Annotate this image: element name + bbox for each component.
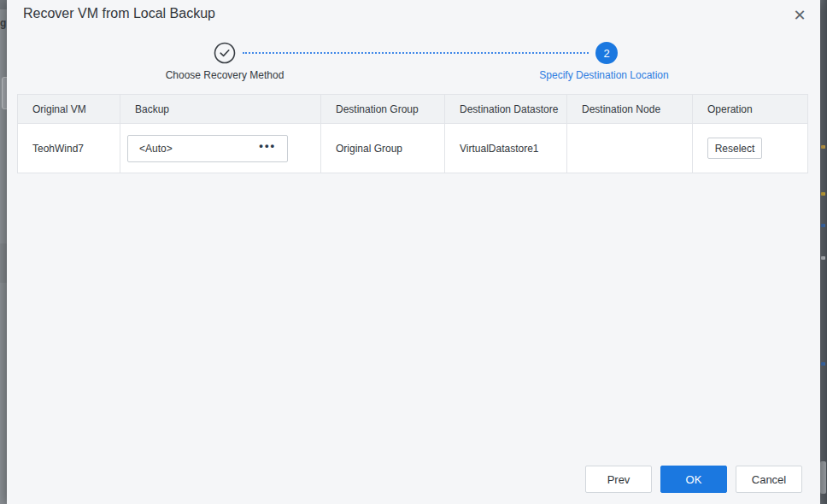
step-connector-line: [243, 52, 589, 54]
cancel-button[interactable]: Cancel: [736, 466, 802, 493]
background-text-fragment: g: [0, 17, 7, 29]
column-header-backup: Backup: [120, 95, 321, 124]
dimmed-background-left: g: [0, 0, 7, 504]
background-fragment: [821, 145, 825, 149]
column-header-destination-group: Destination Group: [321, 95, 445, 124]
dimmed-background-right: [820, 0, 827, 504]
destination-table: Original VM Backup Destination Group Des…: [17, 94, 808, 173]
background-fragment: [820, 461, 826, 494]
cell-destination-datastore: VirtualDatastore1: [445, 124, 567, 173]
reselect-button[interactable]: Reselect: [707, 138, 762, 159]
screen: g Recover VM from Local Backup ✕ Choose …: [0, 0, 827, 504]
cell-destination-node: [567, 124, 693, 173]
ellipsis-icon[interactable]: •••: [259, 144, 276, 148]
column-header-original-vm: Original VM: [18, 95, 120, 124]
backup-select-field[interactable]: <Auto> •••: [127, 135, 288, 162]
cell-backup: <Auto> •••: [120, 124, 321, 173]
column-header-destination-datastore: Destination Datastore: [445, 95, 567, 124]
backup-select-value: <Auto>: [139, 143, 173, 155]
step-1-check-icon: [214, 42, 236, 64]
column-header-destination-node: Destination Node: [567, 95, 693, 124]
background-fragment: [821, 256, 825, 260]
dialog-title: Recover VM from Local Backup: [23, 6, 215, 21]
recover-vm-dialog: Recover VM from Local Backup ✕ Choose Re…: [7, 0, 820, 504]
table-header-row: Original VM Backup Destination Group Des…: [18, 95, 808, 124]
step-1-label: Choose Recovery Method: [139, 69, 310, 81]
column-header-operation: Operation: [693, 95, 808, 124]
background-fragment: [821, 224, 825, 227]
cell-original-vm: TeohWind7: [18, 124, 120, 173]
close-icon[interactable]: ✕: [789, 4, 811, 26]
step-2-badge: 2: [595, 42, 618, 64]
prev-button[interactable]: Prev: [585, 466, 652, 493]
table-row: TeohWind7 <Auto> ••• Original Group Virt…: [18, 124, 808, 173]
step-2-label[interactable]: Specify Destination Location: [519, 69, 689, 81]
cell-operation: Reselect: [693, 124, 808, 173]
ok-button[interactable]: OK: [660, 466, 727, 493]
background-fragment: [821, 192, 825, 196]
background-fragment: [0, 0, 7, 9]
cell-destination-group: Original Group: [321, 124, 445, 173]
background-fragment: [0, 243, 7, 283]
background-fragment: [821, 362, 825, 366]
